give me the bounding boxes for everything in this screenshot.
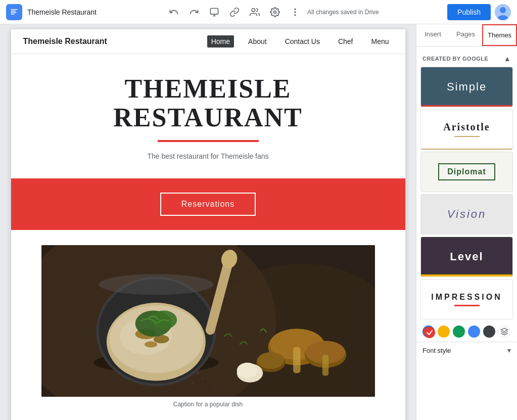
save-status: All changes saved in Drive (307, 9, 379, 16)
theme-impression-underline (454, 305, 480, 306)
main-layout: Themeisle Restaurant Home About Contact … (0, 24, 517, 420)
svg-point-39 (202, 378, 204, 380)
right-panel: Insert Pages Themes CREATED BY GOOGLE ▲ … (416, 24, 517, 420)
svg-rect-1 (211, 8, 218, 14)
panel-content: CREATED BY GOOGLE ▲ Simple Aristotle Dip… (416, 46, 517, 420)
link-button[interactable] (225, 3, 244, 21)
page-title: Themeisle Restaurant (27, 8, 97, 16)
font-style-select[interactable]: ▾ (507, 346, 511, 354)
theme-level-accent (421, 274, 512, 276)
svg-rect-0 (9, 7, 19, 17)
theme-vision-label: Vision (447, 208, 487, 221)
preview-button[interactable] (205, 3, 223, 21)
theme-impression-card[interactable]: IMPRESSION (420, 279, 513, 319)
swatch-green[interactable] (453, 325, 465, 338)
tab-pages[interactable]: Pages (449, 24, 482, 46)
theme-vision-card[interactable]: Vision (420, 194, 513, 235)
nav-home[interactable]: Home (207, 35, 234, 48)
toolbar-actions (165, 3, 304, 21)
svg-point-2 (252, 8, 255, 12)
svg-rect-33 (322, 355, 328, 376)
more-button[interactable] (286, 3, 304, 21)
tab-insert[interactable]: Insert (416, 24, 449, 46)
tab-themes[interactable]: Themes (482, 24, 517, 46)
svg-point-6 (295, 15, 296, 16)
food-section: Caption for a popular dish (11, 230, 405, 413)
preview-area: Themeisle Restaurant Home About Contact … (0, 24, 416, 420)
reservations-banner: Reservations (11, 178, 405, 230)
panel-tabs: Insert Pages Themes (416, 24, 517, 46)
toolbar-center: All changes saved in Drive (101, 3, 443, 21)
nav-menu[interactable]: Menu (367, 35, 393, 48)
svg-point-41 (424, 327, 435, 338)
swatch-red[interactable] (422, 325, 435, 338)
theme-aristotle-label: Aristotle (443, 121, 490, 133)
food-image (41, 245, 375, 397)
undo-button[interactable] (165, 3, 183, 21)
nav-about[interactable]: About (244, 35, 271, 48)
site-logo: Themeisle Restaurant (23, 37, 107, 46)
theme-diplomat-card[interactable]: Diplomat (420, 152, 513, 192)
theme-simple-accent (421, 105, 512, 107)
svg-point-5 (295, 12, 296, 13)
swatch-yellow[interactable] (438, 325, 450, 338)
hero-subtitle: The best restaurant for Themeisle fans (21, 152, 395, 160)
user-avatar[interactable] (495, 4, 511, 20)
settings-button[interactable] (266, 3, 284, 21)
hero-title: THEMEISLE RESTAURANT (21, 74, 395, 132)
svg-rect-30 (293, 347, 300, 374)
hero-section: THEMEISLE RESTAURANT The best restaurant… (11, 54, 405, 170)
theme-impression-label: IMPRESSION (431, 293, 502, 302)
app-logo-icon[interactable] (6, 4, 22, 20)
theme-aristotle-card[interactable]: Aristotle (420, 109, 513, 150)
svg-point-24 (99, 274, 213, 295)
themes-section-header: CREATED BY GOOGLE ▲ (416, 51, 517, 65)
font-style-row: Font style ▾ (416, 342, 517, 358)
section-label: CREATED BY GOOGLE (422, 56, 488, 62)
food-caption: Caption for a popular dish (41, 401, 375, 408)
toolbar-left: Themeisle Restaurant (6, 4, 97, 20)
theme-level-label: Level (450, 250, 483, 263)
people-button[interactable] (246, 3, 264, 21)
site-nav: Themeisle Restaurant Home About Contact … (11, 29, 405, 54)
theme-simple-card[interactable]: Simple (420, 67, 513, 107)
svg-point-35 (257, 352, 284, 369)
toolbar-right: Publish (447, 4, 511, 20)
theme-simple-label: Simple (447, 80, 487, 94)
toolbar: Themeisle Restaurant (0, 0, 517, 24)
redo-button[interactable] (185, 3, 203, 21)
svg-point-40 (192, 383, 194, 385)
theme-level-card[interactable]: Level (420, 237, 513, 277)
svg-point-38 (196, 371, 199, 375)
nav-chef[interactable]: Chef (334, 35, 357, 48)
theme-aristotle-underline (454, 136, 480, 137)
font-style-label: Font style (422, 347, 451, 354)
publish-button[interactable]: Publish (447, 4, 491, 20)
reservations-button[interactable]: Reservations (160, 193, 256, 216)
chevron-down-icon: ▾ (507, 346, 511, 354)
color-swatches (416, 321, 517, 342)
svg-point-8 (500, 7, 506, 13)
svg-point-4 (295, 9, 296, 10)
hero-divider (158, 140, 259, 142)
section-collapse-icon[interactable]: ▲ (504, 55, 511, 63)
website-frame: Themeisle Restaurant Home About Contact … (11, 29, 405, 420)
color-picker-button[interactable] (498, 325, 510, 338)
svg-point-3 (274, 11, 276, 13)
site-nav-links: Home About Contact Us Chef Menu (207, 35, 393, 48)
svg-point-21 (145, 342, 157, 348)
nav-contact[interactable]: Contact Us (281, 35, 324, 48)
theme-diplomat-label: Diplomat (438, 163, 495, 180)
svg-point-37 (237, 363, 257, 379)
swatch-blue[interactable] (468, 325, 480, 338)
swatch-dark[interactable] (483, 325, 495, 338)
